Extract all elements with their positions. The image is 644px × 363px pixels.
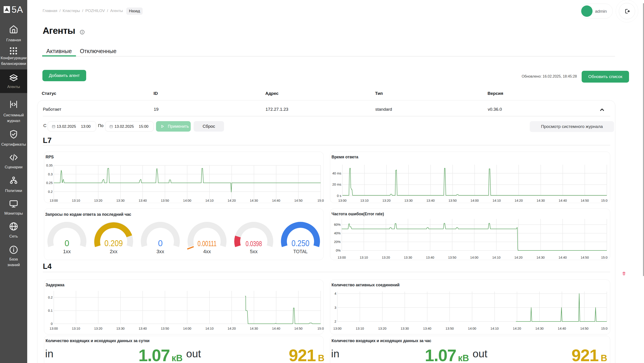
svg-text:13:40: 13:40 xyxy=(426,199,435,202)
svg-text:15:0: 15:0 xyxy=(318,327,324,330)
svg-text:13:00: 13:00 xyxy=(333,327,342,330)
svg-text:13:30: 13:30 xyxy=(116,327,124,330)
svg-text:40%: 40% xyxy=(334,231,340,235)
svg-text:5xx: 5xx xyxy=(250,249,258,254)
svg-text:0: 0 xyxy=(158,239,163,248)
svg-text:13:30: 13:30 xyxy=(401,327,409,330)
svg-text:13:50: 13:50 xyxy=(161,327,169,330)
svg-text:13:10: 13:10 xyxy=(356,327,364,330)
svg-text:14:20: 14:20 xyxy=(514,199,523,202)
svg-text:13:40: 13:40 xyxy=(423,327,431,330)
svg-text:14:50: 14:50 xyxy=(294,199,302,202)
svg-text:15:0: 15:0 xyxy=(318,199,324,202)
svg-text:15:0: 15:0 xyxy=(601,327,608,330)
svg-text:14:20: 14:20 xyxy=(514,256,522,259)
svg-text:14:00: 14:00 xyxy=(470,256,478,259)
svg-text:1xx: 1xx xyxy=(63,249,71,254)
svg-text:15:0: 15:0 xyxy=(601,199,608,202)
svg-text:0.250: 0.250 xyxy=(292,239,310,248)
svg-text:4: 4 xyxy=(334,292,336,295)
svg-text:14:20: 14:20 xyxy=(228,327,236,330)
svg-text:20%: 20% xyxy=(334,240,340,244)
svg-text:Задержка: Задержка xyxy=(46,283,64,287)
svg-text:0.2: 0.2 xyxy=(48,296,52,299)
svg-text:13:00: 13:00 xyxy=(50,327,58,330)
svg-text:14:30: 14:30 xyxy=(536,327,544,330)
svg-text:14:30: 14:30 xyxy=(250,327,258,330)
svg-text:Количество активных соединений: Количество активных соединений xyxy=(332,283,400,287)
svg-text:13:00: 13:00 xyxy=(338,256,346,259)
svg-text:Время ответа: Время ответа xyxy=(332,155,358,159)
svg-text:0.1: 0.1 xyxy=(48,309,52,312)
svg-text:13:30: 13:30 xyxy=(116,199,124,202)
svg-text:14:40: 14:40 xyxy=(272,199,280,202)
svg-text:14:10: 14:10 xyxy=(205,327,214,330)
svg-text:13:00: 13:00 xyxy=(338,199,346,202)
svg-text:13:10: 13:10 xyxy=(360,256,368,259)
svg-text:14:50: 14:50 xyxy=(294,327,302,330)
svg-text:13:50: 13:50 xyxy=(446,327,454,330)
svg-text:40 ms: 40 ms xyxy=(332,172,342,175)
svg-text:13:40: 13:40 xyxy=(138,327,147,330)
svg-text:13:20: 13:20 xyxy=(382,199,390,202)
svg-text:0.2: 0.2 xyxy=(48,190,52,194)
svg-text:0.25: 0.25 xyxy=(46,181,52,185)
svg-text:14:30: 14:30 xyxy=(250,199,258,202)
svg-text:14:00: 14:00 xyxy=(470,199,479,202)
svg-text:TOTAL: TOTAL xyxy=(294,249,308,254)
svg-text:3: 3 xyxy=(334,306,336,309)
svg-text:0.00111: 0.00111 xyxy=(198,239,216,248)
svg-text:13:50: 13:50 xyxy=(161,199,169,202)
svg-text:14:40: 14:40 xyxy=(558,327,566,330)
svg-text:14:10: 14:10 xyxy=(492,199,501,202)
svg-text:0%: 0% xyxy=(336,249,340,252)
svg-text:0.0398: 0.0398 xyxy=(246,240,262,248)
svg-text:0.209: 0.209 xyxy=(104,239,123,248)
svg-text:14:40: 14:40 xyxy=(272,327,280,330)
svg-text:13:00: 13:00 xyxy=(50,199,58,202)
svg-text:13:40: 13:40 xyxy=(426,256,434,259)
svg-text:13:20: 13:20 xyxy=(94,327,102,330)
svg-text:13:20: 13:20 xyxy=(94,199,102,202)
svg-text:13:50: 13:50 xyxy=(448,256,456,259)
svg-text:15:0: 15:0 xyxy=(601,256,608,259)
svg-text:14:50: 14:50 xyxy=(580,327,588,330)
svg-text:14:00: 14:00 xyxy=(183,327,191,330)
svg-text:60%: 60% xyxy=(334,223,340,226)
svg-text:14:40: 14:40 xyxy=(559,199,567,202)
svg-text:0.35: 0.35 xyxy=(46,164,52,167)
svg-text:14:10: 14:10 xyxy=(492,256,500,259)
svg-text:13:30: 13:30 xyxy=(404,199,412,202)
svg-text:13:50: 13:50 xyxy=(448,199,457,202)
svg-text:14:30: 14:30 xyxy=(536,199,545,202)
svg-text:14:20: 14:20 xyxy=(228,199,236,202)
svg-text:Частота ошибок(Error rate): Частота ошибок(Error rate) xyxy=(332,212,384,216)
svg-text:13:10: 13:10 xyxy=(360,199,368,202)
svg-text:0: 0 xyxy=(51,322,52,325)
svg-text:2: 2 xyxy=(334,320,336,323)
svg-text:14:50: 14:50 xyxy=(580,256,589,259)
svg-text:Запросы по кодам ответа за пос: Запросы по кодам ответа за последний час xyxy=(45,212,131,217)
svg-text:RPS: RPS xyxy=(46,155,54,159)
svg-text:14:50: 14:50 xyxy=(581,199,589,202)
svg-text:14:20: 14:20 xyxy=(513,327,521,330)
svg-text:4xx: 4xx xyxy=(203,249,211,254)
svg-text:14:10: 14:10 xyxy=(490,327,499,330)
svg-text:13:20: 13:20 xyxy=(378,327,386,330)
svg-text:14:30: 14:30 xyxy=(536,256,545,259)
svg-text:13:10: 13:10 xyxy=(72,327,80,330)
svg-text:13:40: 13:40 xyxy=(138,199,147,202)
svg-text:0: 0 xyxy=(65,239,70,248)
svg-text:20 ms: 20 ms xyxy=(332,183,342,186)
svg-text:2xx: 2xx xyxy=(110,249,118,254)
svg-text:14:40: 14:40 xyxy=(558,256,567,259)
svg-text:0.3: 0.3 xyxy=(48,172,52,176)
svg-text:13:10: 13:10 xyxy=(72,199,80,202)
svg-text:14:10: 14:10 xyxy=(205,199,214,202)
svg-text:13:20: 13:20 xyxy=(382,256,390,259)
svg-text:3xx: 3xx xyxy=(156,249,164,254)
svg-text:13:30: 13:30 xyxy=(404,256,412,259)
svg-text:14:00: 14:00 xyxy=(468,327,476,330)
svg-text:0 s: 0 s xyxy=(337,194,341,198)
svg-text:14:00: 14:00 xyxy=(183,199,191,202)
